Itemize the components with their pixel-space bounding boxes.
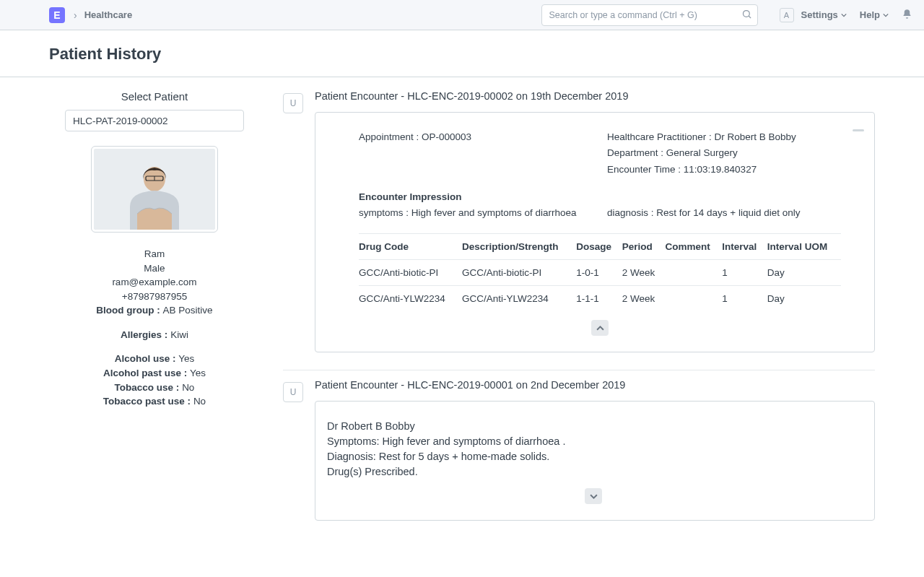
patient-photo — [94, 149, 215, 230]
encounter-item: U Patient Encounter - HLC-ENC-2019-00001… — [283, 379, 875, 538]
symptoms-field: symptoms : High fever and symptoms of di… — [359, 206, 593, 220]
tobacco-past-use: Tobacco past use : No — [49, 394, 260, 409]
chevron-down-icon — [841, 9, 847, 20]
avatar-letter: A — [784, 11, 789, 19]
diagnosis-line: Diagnosis: Rest for 5 days + home-made s… — [327, 449, 860, 464]
th-dosage: Dosage — [576, 234, 622, 260]
th-interval-uom: Interval UOM — [767, 234, 841, 260]
appointment-field: Appointment : OP-000003 — [359, 130, 593, 144]
user-avatar[interactable]: A — [780, 8, 794, 22]
patient-blood-group: Blood group : AB Positive — [49, 303, 260, 318]
patient-photo-frame — [91, 146, 218, 233]
patient-sidebar: Select Patient Ram Male ram@e — [0, 77, 283, 576]
drugs-line: Drug(s) Prescribed. — [327, 464, 860, 480]
collapse-button[interactable] — [591, 320, 609, 336]
patient-gender: Male — [49, 261, 260, 276]
practitioner-line: Dr Robert B Bobby — [327, 419, 860, 434]
table-row: GCC/Anti-biotic-PI GCC/Anti-biotic-PI 1-… — [359, 260, 841, 286]
department-field: Department : General Surgery — [607, 146, 841, 160]
chevron-up-icon — [596, 324, 604, 332]
search-wrap — [541, 4, 758, 26]
patient-allergies: Allergies : Kiwi — [49, 328, 260, 342]
encounter-item: U Patient Encounter - HLC-ENC-2019-00002… — [283, 90, 875, 370]
patient-email: ram@example.com — [49, 275, 260, 290]
practitioner-field: Healthcare Practitioner : Dr Robert B Bo… — [607, 130, 841, 144]
minimize-icon[interactable] — [853, 123, 864, 126]
th-interval: Interval — [722, 234, 767, 260]
tobacco-use: Tobacco use : No — [49, 381, 260, 395]
patient-info: Ram Male ram@example.com +87987987955 Bl… — [49, 247, 260, 409]
alcohol-past-use: Alcohol past use : Yes — [49, 366, 260, 381]
alcohol-use: Alcohol use : Yes — [49, 352, 260, 366]
diagnosis-field: diagnosis : Rest for 14 days + liquid di… — [607, 206, 841, 220]
th-period: Period — [622, 234, 666, 260]
help-menu[interactable]: Help — [860, 9, 889, 20]
settings-label: Settings — [801, 9, 838, 20]
expand-button[interactable] — [585, 488, 602, 504]
app-logo[interactable]: E — [49, 7, 65, 23]
svg-rect-6 — [853, 129, 864, 131]
breadcrumb-separator: › — [74, 9, 77, 21]
patient-name: Ram — [49, 247, 260, 261]
page-header: Patient History — [0, 30, 924, 77]
th-comment: Comment — [666, 234, 723, 260]
svg-point-0 — [743, 10, 749, 17]
encounter-card-expanded: Appointment : OP-000003 Healthcare Pract… — [315, 112, 875, 352]
svg-line-1 — [749, 16, 751, 18]
encounter-title[interactable]: Patient Encounter - HLC-ENC-2019-00001 o… — [315, 379, 875, 391]
chevron-down-icon — [590, 493, 598, 500]
page-title: Patient History — [49, 45, 875, 64]
prescription-table: Drug Code Description/Strength Dosage Pe… — [359, 233, 841, 311]
help-label: Help — [860, 9, 880, 20]
search-input[interactable] — [541, 4, 758, 26]
patient-id-input[interactable] — [65, 110, 244, 131]
encounter-time-field: Encounter Time : 11:03:19.840327 — [607, 162, 841, 177]
navbar: E › Healthcare A Settings Help — [0, 0, 924, 30]
logo-letter: E — [53, 9, 60, 21]
impression-heading: Encounter Impression — [359, 190, 593, 204]
encounter-avatar: U — [283, 93, 303, 113]
search-icon[interactable] — [741, 9, 752, 22]
th-description: Description/Strength — [462, 234, 576, 260]
settings-menu[interactable]: Settings — [801, 9, 847, 20]
symptoms-line: Symptoms: High fever and symptoms of dia… — [327, 434, 860, 449]
notifications-icon[interactable] — [902, 9, 912, 22]
encounter-title[interactable]: Patient Encounter - HLC-ENC-2019-00002 o… — [315, 90, 875, 102]
chevron-down-icon — [883, 9, 889, 20]
encounter-card-collapsed: Dr Robert B Bobby Symptoms: High fever a… — [315, 401, 875, 521]
breadcrumb-healthcare[interactable]: Healthcare — [84, 9, 132, 20]
encounter-timeline: U Patient Encounter - HLC-ENC-2019-00002… — [283, 77, 924, 576]
patient-phone: +87987987955 — [49, 290, 260, 304]
select-patient-label: Select Patient — [49, 90, 260, 103]
table-row: GCC/Anti-YLW2234 GCC/Anti-YLW2234 1-1-1 … — [359, 286, 841, 312]
encounter-avatar: U — [283, 382, 303, 402]
th-drug-code: Drug Code — [359, 234, 462, 260]
